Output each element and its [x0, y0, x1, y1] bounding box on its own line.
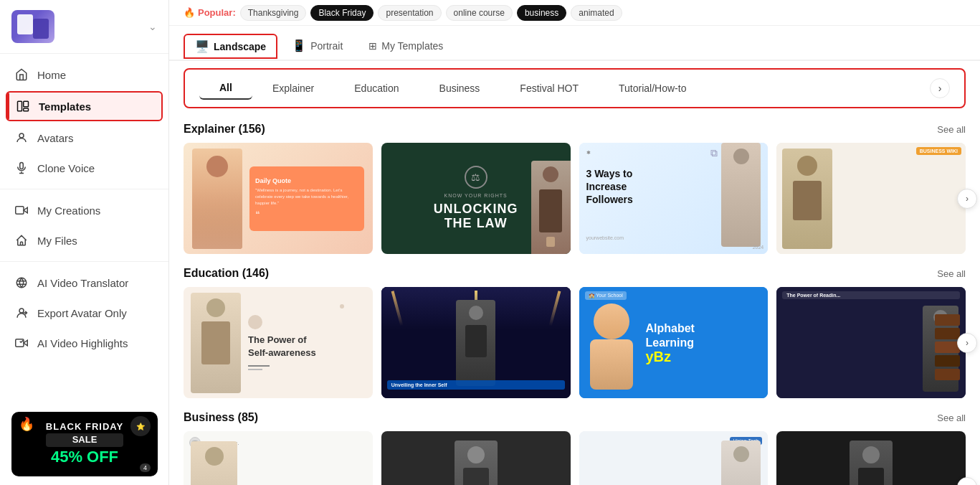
- tab-my-templates[interactable]: ⊞ My Templates: [357, 34, 455, 59]
- tag-presentation[interactable]: presentation: [378, 5, 441, 21]
- topbar: Popular: Thanksgiving Black Friday prese…: [169, 0, 980, 26]
- business-see-all[interactable]: See all: [937, 413, 966, 423]
- education-section-header: Education (146) See all: [184, 267, 966, 280]
- tag-thanksgiving[interactable]: Thanksgiving: [240, 5, 307, 21]
- explainer-scroll-right[interactable]: ›: [957, 189, 977, 209]
- sidebar-item-my-creations[interactable]: My Creations: [0, 195, 168, 225]
- promo-fire-icon: 🔥: [19, 416, 34, 432]
- category-bar: All Explainer Education Business Festiva…: [184, 68, 966, 108]
- tab-portrait[interactable]: 📱 Portrait: [280, 33, 354, 60]
- svg-rect-4: [20, 163, 24, 169]
- sidebar-item-video-highlights-label: AI Video Highlights: [37, 337, 128, 349]
- tag-business[interactable]: business: [517, 5, 566, 21]
- svg-rect-1: [24, 101, 29, 107]
- category-next-arrow[interactable]: ›: [930, 78, 950, 98]
- svg-rect-2: [24, 108, 29, 111]
- translate-icon: [14, 276, 29, 290]
- cat-tutorial[interactable]: Tutorial/How-to: [599, 77, 706, 99]
- your-school-badge: 🏫 Your School: [585, 291, 627, 300]
- templates-icon: [16, 99, 30, 113]
- tag-black-friday[interactable]: Black Friday: [310, 5, 374, 21]
- template-card-biz-2[interactable]: [381, 431, 571, 485]
- sidebar-item-ai-translator-label: AI Video Translator: [37, 277, 128, 289]
- svg-marker-9: [24, 340, 27, 346]
- cat-festival[interactable]: Festival HOT: [500, 77, 599, 99]
- clone-voice-icon: [14, 161, 29, 175]
- sidebar-item-video-highlights[interactable]: AI Video Highlights: [0, 328, 168, 358]
- sidebar-item-home-label: Home: [37, 69, 66, 81]
- explainer-template-row: Daily Quote "Wellness is a journey, not …: [184, 143, 966, 254]
- reading-banner: The Power of Readin...: [782, 291, 960, 299]
- business-template-row: 🏢 Company Inc.: [184, 431, 966, 485]
- template-card-explainer-2[interactable]: ⚖ KNOW YOUR RIGHTS UNLOCKINGTHE LAW: [381, 143, 571, 254]
- template-card-explainer-3[interactable]: ✱ 3 Ways toIncreaseFollowers yourwebsite…: [579, 143, 769, 254]
- tag-online-course[interactable]: online course: [446, 5, 513, 21]
- promo-count: 4: [140, 463, 151, 472]
- cat-business[interactable]: Business: [419, 77, 500, 99]
- template-card-biz-4[interactable]: [776, 431, 966, 485]
- svg-point-8: [19, 309, 24, 313]
- education-scroll-right[interactable]: ›: [957, 333, 977, 353]
- popular-label: Popular:: [184, 7, 236, 18]
- sidebar-item-clone-voice[interactable]: Clone Voice: [0, 153, 168, 183]
- cat-education[interactable]: Education: [334, 77, 419, 99]
- cat-all[interactable]: All: [199, 77, 252, 100]
- avatars-icon: [14, 131, 29, 145]
- sidebar-item-templates[interactable]: Templates: [6, 91, 163, 121]
- promo-icon-badge: ⭐: [130, 416, 151, 436]
- sidebar-item-avatars[interactable]: Avatars: [0, 123, 168, 153]
- education-template-row: The Power ofSelf-awareness: [184, 287, 966, 398]
- sidebar-item-home[interactable]: Home: [0, 60, 168, 90]
- sidebar-header: ⌄: [0, 0, 168, 54]
- promo-discount: 45% OFF: [46, 447, 123, 468]
- tag-animated[interactable]: animated: [571, 5, 622, 21]
- tab-portrait-label: Portrait: [310, 40, 343, 52]
- sidebar-item-my-files[interactable]: My Files: [0, 225, 168, 255]
- video-highlights-icon: [14, 336, 29, 350]
- cat-explainer[interactable]: Explainer: [252, 77, 334, 99]
- template-card-explainer-1[interactable]: Daily Quote "Wellness is a journey, not …: [184, 143, 373, 254]
- promo-section: 🔥 ⭐ BLACK FRIDAY SALE 45% OFF 4: [0, 403, 168, 485]
- explainer-see-all[interactable]: See all: [937, 124, 966, 135]
- template-card-edu-2[interactable]: Unveiling the Inner Self: [381, 287, 571, 398]
- sidebar: ⌄ Home Templates Avatars: [0, 0, 169, 485]
- education-section-title: Education (146): [184, 267, 269, 280]
- sidebar-item-my-creations-label: My Creations: [37, 204, 100, 217]
- explainer-section-header: Explainer (156) See all: [184, 123, 966, 136]
- education-see-all[interactable]: See all: [937, 268, 966, 279]
- black-friday-promo-banner[interactable]: 🔥 ⭐ BLACK FRIDAY SALE 45% OFF 4: [11, 412, 158, 476]
- promo-title: BLACK FRIDAY: [46, 421, 123, 433]
- sidebar-collapse-icon[interactable]: ⌄: [148, 21, 157, 32]
- sidebar-nav: Home Templates Avatars Clone Voice: [0, 54, 168, 403]
- sidebar-item-export-avatar[interactable]: Export Avatar Only: [0, 298, 168, 328]
- hot-badge: HOT: [557, 83, 579, 94]
- edu-banner-text: Unveiling the Inner Self: [387, 380, 565, 390]
- tab-landscape[interactable]: 🖥️ Landscape: [184, 34, 277, 59]
- template-card-explainer-4[interactable]: BUSINESS WIKI: [776, 143, 966, 254]
- portrait-icon: 📱: [292, 39, 306, 52]
- template-content: Explainer (156) See all Daily Quote "Wel…: [169, 113, 980, 485]
- my-templates-icon: ⊞: [368, 40, 377, 52]
- business-wiki-badge: BUSINESS WIKI: [916, 147, 961, 155]
- template-card-edu-3[interactable]: 🏫 Your School AlphabetLearning yBz: [579, 287, 769, 398]
- business-section-header: Business (85) See all: [184, 411, 966, 424]
- template-card-edu-4[interactable]: The Power of Readin...: [776, 287, 966, 398]
- sidebar-item-my-files-label: My Files: [37, 235, 77, 247]
- template-card-edu-1[interactable]: The Power ofSelf-awareness: [184, 287, 373, 398]
- explainer-section-title: Explainer (156): [184, 123, 265, 136]
- template-card-biz-3[interactable]: Vision Tech: [579, 431, 769, 485]
- sidebar-item-avatars-label: Avatars: [37, 132, 74, 144]
- svg-point-7: [16, 278, 27, 288]
- sidebar-item-ai-translator[interactable]: AI Video Translator: [0, 268, 168, 298]
- template-card-biz-1[interactable]: 🏢 Company Inc.: [184, 431, 373, 485]
- view-tab-bar: 🖥️ Landscape 📱 Portrait ⊞ My Templates: [169, 26, 980, 60]
- app-logo: [11, 10, 54, 43]
- export-avatar-icon: [14, 306, 29, 320]
- landscape-icon: 🖥️: [195, 39, 209, 53]
- main-content: Popular: Thanksgiving Black Friday prese…: [169, 0, 980, 485]
- sidebar-item-export-avatar-label: Export Avatar Only: [37, 307, 127, 319]
- tab-my-templates-label: My Templates: [381, 40, 443, 52]
- festival-label: Festival: [520, 83, 554, 94]
- home-icon: [14, 67, 29, 82]
- promo-subtitle: SALE: [46, 433, 123, 447]
